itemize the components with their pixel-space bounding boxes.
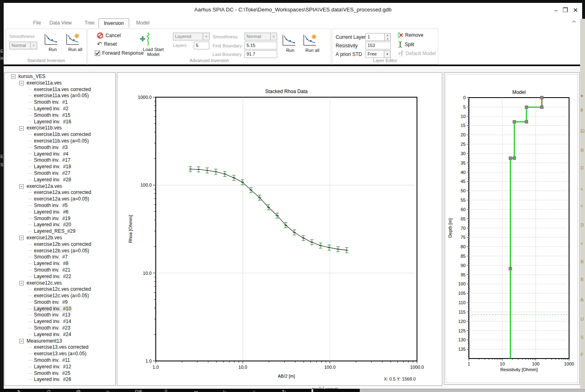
tree-item[interactable]: Layered inv. #18 <box>4 164 115 170</box>
background-text-fragment: E <box>0 49 3 53</box>
current-layer-spinner[interactable]: 1 ▲▼ <box>365 33 391 41</box>
svg-text:10.0: 10.0 <box>238 365 247 370</box>
layer-handle[interactable] <box>513 120 516 123</box>
tree-item[interactable]: exercise12c.ves <box>4 280 115 287</box>
tree-item[interactable]: Smooth inv. #5 <box>4 203 115 209</box>
tree-item[interactable]: Smooth inv. #21 <box>4 267 115 274</box>
collapse-node-icon[interactable] <box>19 281 24 285</box>
tree-item[interactable]: Layered inv. #24 <box>4 332 115 338</box>
resistivity-field[interactable]: 153 <box>365 42 391 49</box>
tab-model[interactable]: Model <box>131 18 155 27</box>
tree-item[interactable]: Smooth inv. #11 <box>4 357 115 364</box>
tree-item[interactable]: Smooth inv. #15 <box>4 112 115 119</box>
tree-item[interactable]: exercise12b.ves corrected <box>4 241 115 248</box>
tree-item[interactable]: Layered inv. #4 <box>4 151 115 158</box>
layer-handle[interactable] <box>509 267 512 270</box>
run-all-button[interactable]: Run all <box>65 33 85 52</box>
tree-item[interactable]: Layered inv. #2 <box>4 106 115 112</box>
collapse-node-icon[interactable] <box>19 184 24 189</box>
spinner-buttons[interactable]: ▲▼ <box>384 33 390 40</box>
tree-item[interactable]: Smooth inv. #19 <box>4 216 115 222</box>
tree-item[interactable]: Smooth inv. #1 <box>4 99 115 106</box>
tree-item[interactable]: Smooth inv. #25 <box>4 370 115 377</box>
tree-item[interactable]: Layered inv. #22 <box>4 274 115 280</box>
tree-item[interactable]: Layered inv. #26 <box>4 376 115 383</box>
tree-item[interactable]: exercise11b.ves (a=0.05) <box>4 138 115 145</box>
tree-item[interactable]: Layered_RES_#29 <box>4 228 115 235</box>
advanced-run-all-button[interactable]: Run all <box>302 34 323 53</box>
remove-button[interactable]: Remove <box>398 32 424 38</box>
layer-handle[interactable] <box>525 120 528 123</box>
stacked-rhoa-chart[interactable]: 1.01000.010.0100.0100.010.01000.01.0Stac… <box>117 73 441 385</box>
tree-item[interactable]: exercise11b.ves corrected <box>4 131 115 138</box>
layer-handle[interactable] <box>540 96 543 99</box>
tree-item[interactable]: Smooth inv. #3 <box>4 145 115 151</box>
minimize-button[interactable]: – <box>554 6 558 14</box>
tree-item[interactable]: Layered inv. #6 <box>4 209 115 216</box>
tree-item[interactable]: Smooth inv. #27 <box>4 170 115 177</box>
svg-text:1.0: 1.0 <box>152 365 159 370</box>
tree-item[interactable]: exercise11b.ves <box>4 125 115 131</box>
tree-item[interactable]: Layered inv. #14 <box>4 318 115 325</box>
tab-file[interactable]: File <box>28 18 46 27</box>
tree-item[interactable]: exercise12a.ves <box>4 183 115 190</box>
collapse-node-icon[interactable] <box>19 81 24 85</box>
model-chart[interactable]: 0510152025303540455055606570758085909510… <box>446 74 577 382</box>
tree-item[interactable]: Measurement13 <box>4 338 115 345</box>
cancel-button[interactable]: Cancel <box>97 32 121 39</box>
last-boundary-field[interactable]: 91.7 <box>244 50 277 58</box>
tree-item[interactable]: Layered inv. #10 <box>4 306 115 312</box>
tree-item[interactable]: Smooth inv. #23 <box>4 325 115 332</box>
tree-item[interactable]: exercise11a.ves corrected <box>4 87 115 93</box>
layers-field[interactable]: 5 <box>194 42 209 49</box>
tree-item[interactable]: exercise13.ves (a=0.05) <box>4 351 115 357</box>
forward-response-checkbox[interactable]: Forward Response <box>95 50 143 56</box>
close-button[interactable]: ✕ <box>573 6 578 14</box>
smoothness-dropdown[interactable]: Normal ▼ <box>9 42 37 49</box>
tree-item[interactable]: exercise12b.ves (a=0.05) <box>4 248 115 254</box>
chevron-down-icon: ▼ <box>30 42 37 49</box>
a-priori-std-dropdown[interactable]: Free ▼ <box>365 50 391 58</box>
tree-item[interactable]: exercise12a.ves (a=0.05) <box>4 196 115 203</box>
tree-item[interactable]: exercise12a.ves corrected <box>4 189 115 196</box>
tree-item[interactable]: exercise12c.ves (a=0.05) <box>4 293 115 299</box>
tree-item[interactable]: exercise11a.ves <box>4 80 115 87</box>
tree-item[interactable]: Layered inv. #8 <box>4 261 115 267</box>
collapse-node-icon[interactable] <box>19 126 24 131</box>
tree-item[interactable]: Layered inv. #28 <box>4 177 115 183</box>
tab-inversion[interactable]: Inversion <box>99 18 129 29</box>
load-start-model-button[interactable]: Load Start Model <box>138 32 169 57</box>
tree-item[interactable]: Smooth inv. #17 <box>4 157 115 164</box>
collapse-node-icon[interactable] <box>19 339 24 343</box>
split-button[interactable]: Split <box>398 41 414 48</box>
layer-handle[interactable] <box>540 106 543 109</box>
default-model-button[interactable]: Default Model <box>398 50 436 57</box>
first-boundary-field[interactable]: 5.15 <box>244 42 277 49</box>
run-button[interactable]: Run <box>43 33 62 52</box>
reset-button[interactable]: ↶ Reset <box>97 41 117 47</box>
tree-item[interactable]: Smooth inv. #7 <box>4 254 115 261</box>
collapse-node-icon[interactable] <box>19 236 24 240</box>
background-window-left-strip: EHES <box>0 0 4 392</box>
tree-item[interactable]: Layered inv. #16 <box>4 119 115 125</box>
tab-tree[interactable]: Tree <box>80 18 99 27</box>
tree-item[interactable]: exercise11a.ves (a=0.05) <box>4 93 115 99</box>
layer-handle[interactable] <box>509 157 512 160</box>
advanced-run-button[interactable]: Run <box>281 34 299 53</box>
tree-item[interactable]: exercise12b.ves <box>4 235 115 241</box>
tree-item[interactable]: Layered inv. #20 <box>4 222 115 228</box>
tree-item[interactable]: Smooth inv. #9 <box>4 299 115 306</box>
tree-item[interactable]: exercise12c.ves corrected <box>4 286 115 293</box>
adv-smoothness-dropdown[interactable]: Normal ▼ <box>244 33 277 40</box>
tree-item[interactable]: kursus_VES <box>4 74 115 80</box>
layer-handle[interactable] <box>513 157 516 160</box>
tree-item[interactable]: Layered inv. #12 <box>4 364 115 370</box>
maximize-button[interactable]: ❐ <box>563 6 568 14</box>
tab-data-view[interactable]: Data View <box>45 18 76 27</box>
collapse-node-icon[interactable] <box>11 74 16 79</box>
model-type-dropdown[interactable]: Layered ▼ <box>173 33 210 40</box>
layer-handle[interactable] <box>525 106 528 109</box>
tree-item[interactable]: Smooth inv. #13 <box>4 312 115 318</box>
tree-item[interactable]: exercise13.ves corrected <box>4 344 115 351</box>
collapse-ribbon-icon[interactable] <box>572 20 576 23</box>
